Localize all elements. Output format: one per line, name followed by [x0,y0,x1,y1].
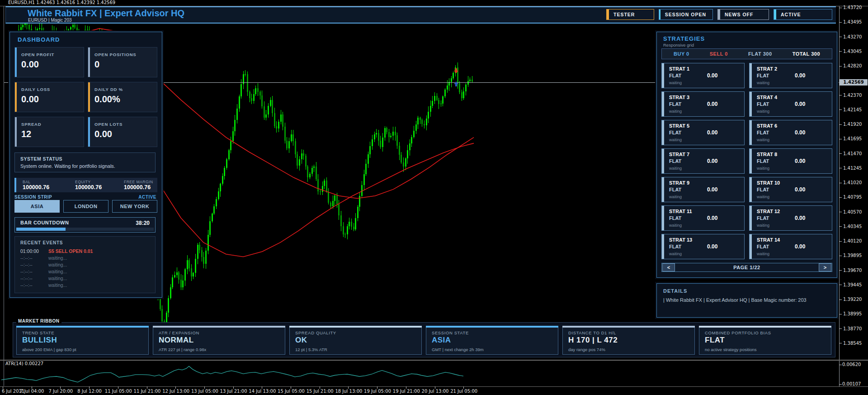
ribbon-card-label: SESSION STATE [432,330,469,335]
price-tick [839,285,842,285]
header-button-active[interactable]: ACTIVE [774,9,832,20]
strategy-card-strat-3: STRAT 3FLAT0.00waiting [661,91,745,117]
price-label: 1.40120 [843,238,862,243]
price-tick [839,314,842,314]
strategy-name: STRAT 2 [757,66,777,71]
price-tick [839,66,842,67]
card-accent [750,234,752,259]
ribbon-card-value: ASIA [432,336,451,345]
price-tick [839,226,842,227]
price-label: 1.43495 [843,19,862,24]
ribbon-card-label: COMBINED PORTFOLIO BIAS [705,330,771,335]
price-axis-line [839,6,840,386]
strategy-card-strat-11: STRAT 11FLAT0.00waiting [661,205,745,231]
card-label: DAILY DD % [94,87,123,92]
session-button-london[interactable]: LONDON [63,200,108,213]
ribbon-card-accent [562,326,695,328]
strategy-value: 0.00 [707,186,717,193]
strategy-card-strat-7: STRAT 7FLAT0.00waiting [661,148,745,174]
card-value: 0.00% [94,94,120,105]
header-button-session-open[interactable]: SESSION OPEN [659,9,713,20]
header-status-buttons: TESTERSESSION OPENNEWS OFFACTIVE [606,9,832,20]
event-text: waiting... [48,262,67,267]
price-label: 1.41020 [843,180,862,185]
atr-indicator-label: ATR(14) 0.00227 [5,361,43,366]
price-label: 1.40345 [843,224,862,229]
header-button-tester[interactable]: TESTER [606,9,654,20]
symbol-info-line: EURUSD,H1 1.42463 1.42616 1.42392 1.4256… [8,0,115,5]
strategy-value: 0.00 [795,72,805,79]
strategy-value: 0.00 [795,215,805,221]
card-label: OPEN POSITIONS [94,52,137,57]
card-label: OPEN PROFIT [21,52,54,57]
strategy-state: FLAT [757,130,769,135]
countdown-label: BAR COUNTDOWN [20,220,69,225]
card-accent [88,48,90,77]
strategy-status: waiting [669,195,682,199]
system-status-text: System online. Waiting for portfolio sig… [20,163,115,169]
card-label: SPREAD [21,122,41,127]
prev-page-button[interactable]: < [662,263,675,271]
strategy-name: STRAT 7 [669,152,689,157]
pane-splitter[interactable] [0,360,868,361]
card-accent [662,234,664,259]
next-page-button[interactable]: > [819,263,831,271]
session-button-new-york[interactable]: NEW YORK [112,200,157,213]
event-time: 01:00:00 [20,248,48,254]
session-strip-label: SESSION STRIP [14,195,52,200]
strategy-value: 0.00 [707,101,717,107]
strategy-value: 0.00 [707,129,717,136]
header-button-news-off[interactable]: NEWS OFF [717,9,769,20]
strategy-name: STRAT 1 [669,66,689,71]
price-label: 1.38545 [843,341,862,346]
system-status-box: SYSTEM STATUS System online. Waiting for… [14,152,156,172]
price-tick [839,8,842,8]
ribbon-card-sub: day range pos 74% [568,347,605,352]
strategy-value: 0.00 [707,243,717,250]
time-label: 13 Jul 05:00 [189,389,221,394]
price-label: 1.41245 [843,166,862,171]
strategy-status: waiting [757,252,769,256]
ribbon-card-value: BULLISH [22,336,57,345]
strategy-status: waiting [757,166,769,171]
dashboard-card-spread: SPREAD12 [14,117,84,147]
price-label: 1.41470 [843,151,862,156]
strategy-state: FLAT [669,130,681,135]
session-strip-status: ACTIVE [138,195,156,200]
strategy-status: waiting [669,223,682,228]
price-label: 1.42370 [843,93,862,98]
session-button-asia[interactable]: ASIA [14,200,60,213]
account-value-bal: 100000.76 [23,184,49,190]
ribbon-card-label: TREND STATE [22,330,54,335]
strategies-panel: STRATEGIES Responsive grid BUY 0SELL 0FL… [656,32,837,278]
ea-header-bar: White Rabbit FX | Expert Advisor HQ EURU… [5,6,836,24]
price-label: 1.40570 [843,209,862,214]
card-label: OPEN LOTS [94,122,123,127]
strategy-name: STRAT 3 [669,95,689,100]
price-label: 1.43270 [843,34,862,39]
strategy-card-strat-2: STRAT 2FLAT0.00waiting [749,63,832,88]
price-label: 1.39670 [843,268,862,273]
strategy-status: waiting [757,81,769,85]
price-tick [839,168,842,168]
time-label: 15 Jul 05:00 [275,389,307,394]
event-time: --:--:-- [20,282,48,288]
strategy-card-strat-6: STRAT 6FLAT0.00waiting [749,120,832,145]
strategy-status: waiting [669,109,682,114]
card-accent [15,117,17,147]
card-accent [662,63,664,88]
page-indicator: PAGE 1/22 [733,265,760,270]
dashboard-card-open-profit: OPEN PROFIT0.00 [14,47,84,77]
strategy-name: STRAT 8 [757,152,777,157]
strategy-card-strat-8: STRAT 8FLAT0.00waiting [749,148,832,174]
event-row: --:--:--waiting... [20,262,67,267]
price-tick [839,197,842,198]
event-row: 01:00:00S5 SELL OPEN 0.01 [20,248,93,254]
strategy-name: STRAT 9 [669,180,689,186]
strategy-card-strat-4: STRAT 4FLAT0.00waiting [749,91,832,117]
strategy-name: STRAT 13 [669,237,692,243]
strategy-value: 0.00 [795,158,805,164]
time-label: 8 Jul 12:00 [74,389,105,394]
bar-countdown-box: BAR COUNTDOWN 38:20 [14,217,156,233]
time-label: 7 Jul 20:00 [45,389,76,394]
